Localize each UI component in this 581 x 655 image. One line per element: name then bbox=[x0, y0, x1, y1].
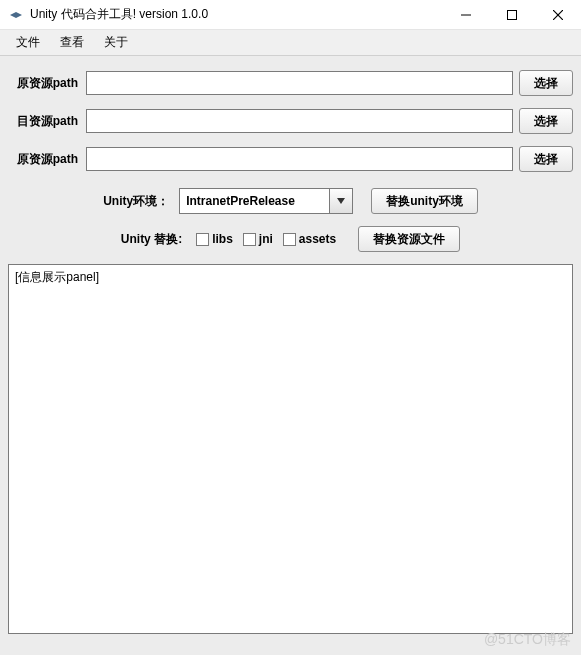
src-path-choose-button[interactable]: 选择 bbox=[519, 70, 573, 96]
menu-file[interactable]: 文件 bbox=[6, 31, 50, 54]
titlebar: Unity 代码合并工具! version 1.0.0 bbox=[0, 0, 581, 30]
dst-path-input[interactable] bbox=[86, 109, 513, 133]
dst-path-label: 目资源path bbox=[8, 113, 80, 130]
checkbox-libs[interactable]: libs bbox=[196, 232, 233, 246]
dst-path-choose-button[interactable]: 选择 bbox=[519, 108, 573, 134]
menu-view[interactable]: 查看 bbox=[50, 31, 94, 54]
svg-marker-4 bbox=[337, 198, 345, 204]
src-path-label: 原资源path bbox=[8, 75, 80, 92]
checkbox-assets-label: assets bbox=[299, 232, 336, 246]
replace-label: Unity 替换: bbox=[121, 231, 182, 248]
maximize-button[interactable] bbox=[489, 0, 535, 30]
info-panel[interactable]: [信息展示panel] bbox=[8, 264, 573, 634]
content-area: 原资源path 选择 目资源path 选择 原资源path 选择 Unity环境… bbox=[0, 56, 581, 655]
src2-path-choose-button[interactable]: 选择 bbox=[519, 146, 573, 172]
info-panel-text: [信息展示panel] bbox=[15, 270, 99, 284]
src2-path-label: 原资源path bbox=[8, 151, 80, 168]
checkbox-jni[interactable]: jni bbox=[243, 232, 273, 246]
window-controls bbox=[443, 0, 581, 29]
checkbox-icon bbox=[283, 233, 296, 246]
menu-about[interactable]: 关于 bbox=[94, 31, 138, 54]
checkbox-assets[interactable]: assets bbox=[283, 232, 336, 246]
src-path-row: 原资源path 选择 bbox=[8, 70, 573, 96]
close-button[interactable] bbox=[535, 0, 581, 30]
env-select-value: IntranetPreRelease bbox=[179, 188, 329, 214]
minimize-button[interactable] bbox=[443, 0, 489, 30]
dst-path-row: 目资源path 选择 bbox=[8, 108, 573, 134]
src2-path-row: 原资源path 选择 bbox=[8, 146, 573, 172]
checkbox-jni-label: jni bbox=[259, 232, 273, 246]
src2-path-input[interactable] bbox=[86, 147, 513, 171]
env-row: Unity环境： IntranetPreRelease 替换unity环境 bbox=[8, 188, 573, 214]
env-select[interactable]: IntranetPreRelease bbox=[179, 188, 353, 214]
replace-assets-button[interactable]: 替换资源文件 bbox=[358, 226, 460, 252]
src-path-input[interactable] bbox=[86, 71, 513, 95]
env-label: Unity环境： bbox=[103, 193, 169, 210]
dropdown-icon[interactable] bbox=[329, 188, 353, 214]
menubar: 文件 查看 关于 bbox=[0, 30, 581, 56]
checkbox-icon bbox=[196, 233, 209, 246]
checkbox-libs-label: libs bbox=[212, 232, 233, 246]
app-icon bbox=[8, 7, 24, 23]
replace-env-button[interactable]: 替换unity环境 bbox=[371, 188, 478, 214]
replace-row: Unity 替换: libs jni assets 替换资源文件 bbox=[8, 226, 573, 252]
svg-rect-1 bbox=[508, 11, 517, 20]
checkbox-icon bbox=[243, 233, 256, 246]
window-title: Unity 代码合并工具! version 1.0.0 bbox=[30, 6, 443, 23]
